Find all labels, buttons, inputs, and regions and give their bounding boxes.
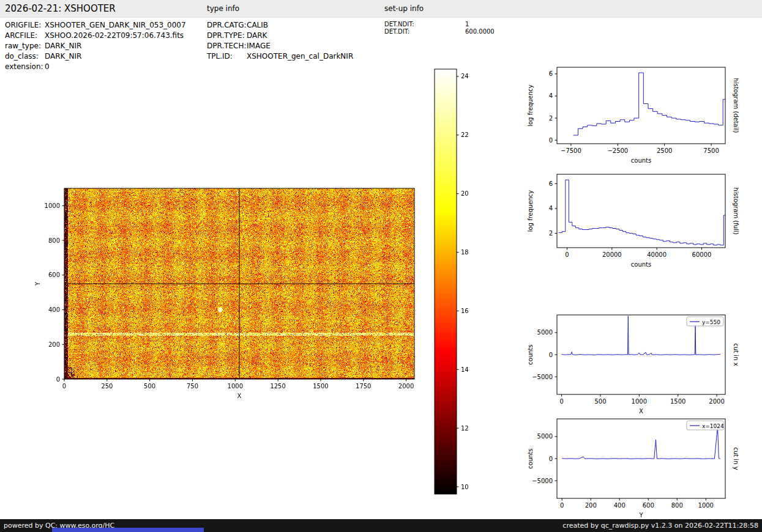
y-axis-label: Y <box>34 281 41 286</box>
colorbar-tick-label: 18 <box>461 249 469 256</box>
y-tick-label: 2 <box>549 115 553 122</box>
y-tick-label: 200 <box>48 341 60 348</box>
x-tick-label: 500 <box>144 383 155 390</box>
histogram-full-plot: 0200004000060000246countslog frequencyhi… <box>523 162 755 276</box>
x-tick-label: 0 <box>565 251 569 258</box>
x-tick-label: 2500 <box>657 147 672 154</box>
qc-report-page: 2026-02-21: XSHOOTER type info set-up in… <box>0 0 762 532</box>
colorbar-frame <box>435 69 457 494</box>
y-tick-label: 5000 <box>537 329 553 336</box>
x-tick-label: 1000 <box>632 398 647 405</box>
x-tick-label: 0 <box>559 398 563 405</box>
y-tick-label: 600 <box>48 272 60 278</box>
x-tick-label: 750 <box>187 383 198 390</box>
cut-in-x-plot: 0500100015002000−500005000Xcountscut in … <box>523 303 755 423</box>
legend-label: x=1024 <box>702 423 724 429</box>
x-tick-label: 2000 <box>709 398 724 405</box>
y-axis-label: counts <box>527 448 534 468</box>
y-tick-label: 6 <box>549 180 553 187</box>
y-tick-label: 0 <box>549 352 553 358</box>
colorbar-tick-label: 20 <box>461 190 469 197</box>
right-axis-label: histogram (detail) <box>733 78 739 133</box>
y-tick-label: −5000 <box>532 478 553 484</box>
bottom-blue-strip <box>52 528 204 532</box>
colorbar-tick-label: 22 <box>461 131 469 138</box>
y-axis-label: log frequency <box>527 84 534 127</box>
x-tick-label: 0 <box>62 383 66 390</box>
y-tick-label: 0 <box>549 456 553 462</box>
x-tick-label: 400 <box>614 502 626 509</box>
colorbar-tick-label: 24 <box>461 73 469 79</box>
y-tick-label: 0 <box>549 137 553 144</box>
x-tick-label: 40000 <box>647 251 667 258</box>
x-tick-label: 1250 <box>270 383 285 390</box>
x-tick-label: 250 <box>101 383 113 390</box>
x-tick-label: 500 <box>594 398 606 405</box>
y-axis-label: log frequency <box>527 190 534 232</box>
right-axis-label: cut in y <box>733 447 739 470</box>
x-tick-label: 20000 <box>602 251 622 258</box>
y-tick-label: 400 <box>48 306 60 313</box>
right-axis-label: cut in x <box>733 343 739 366</box>
x-tick-label: −7500 <box>561 147 581 154</box>
y-tick-label: 0 <box>56 376 60 383</box>
footer-created-by: created by qc_rawdisp.py v1.2.3 on 2026-… <box>562 522 758 530</box>
detector-image-plot: 0250500750100012501500175020000200400600… <box>31 176 444 407</box>
x-tick-label: 2000 <box>398 383 414 390</box>
x-tick-label: 0 <box>560 502 564 509</box>
x-tick-label: 1750 <box>356 383 371 390</box>
y-tick-label: 1000 <box>45 202 60 209</box>
y-tick-label: 4 <box>549 205 553 212</box>
x-axis-label: Y <box>638 512 643 519</box>
y-tick-label: −5000 <box>532 374 553 380</box>
y-tick-label: 800 <box>48 237 60 244</box>
right-axis-label: histogram (full) <box>733 187 739 234</box>
x-tick-label: −2500 <box>607 147 628 154</box>
x-tick-label: 800 <box>671 502 683 509</box>
y-axis-label: counts <box>527 344 534 364</box>
colorbar-tick-label: 12 <box>461 425 469 432</box>
histogram-detail-plot: −7500−2500250075000246countslog frequenc… <box>523 55 755 172</box>
x-tick-label: 1500 <box>670 398 685 405</box>
x-tick-label: 1500 <box>313 383 328 390</box>
charts-area: 0250500750100012501500175020000200400600… <box>0 0 762 532</box>
colorbar-tick-label: 16 <box>461 308 469 314</box>
y-tick-label: 2 <box>549 230 553 237</box>
x-axis-label: X <box>237 393 242 399</box>
legend-label: y=550 <box>702 319 720 325</box>
x-tick-label: 60000 <box>692 251 712 258</box>
colorbar-axis: 1012141618202224 <box>428 61 496 504</box>
y-tick-label: 5000 <box>537 433 553 440</box>
x-axis-label: counts <box>631 261 651 268</box>
y-tick-label: 4 <box>549 92 553 99</box>
x-tick-label: 200 <box>585 502 597 509</box>
x-tick-label: 600 <box>643 502 654 509</box>
x-tick-label: 1000 <box>228 383 243 390</box>
colorbar-tick-label: 14 <box>461 366 469 373</box>
x-tick-label: 1000 <box>698 502 714 509</box>
cut-in-y-plot: 02004006008001000−500005000Ycountscut in… <box>523 407 755 526</box>
colorbar-tick-label: 10 <box>461 484 469 490</box>
x-tick-label: 7500 <box>703 147 719 154</box>
y-tick-label: 6 <box>549 70 553 77</box>
